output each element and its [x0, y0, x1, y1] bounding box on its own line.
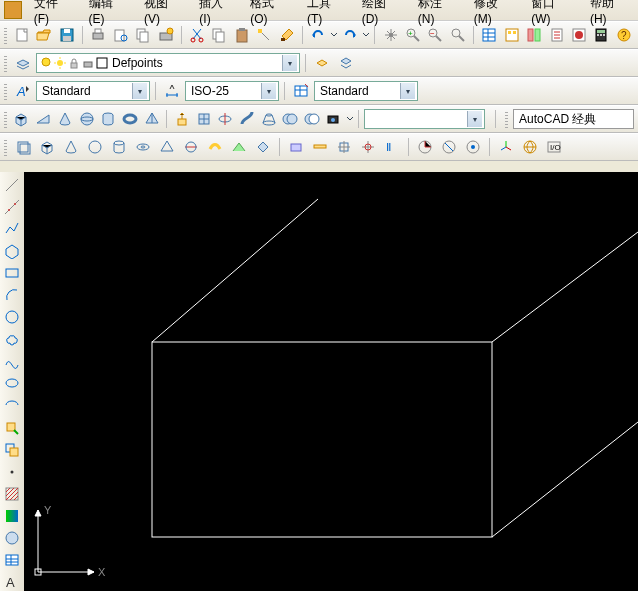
- publish-icon[interactable]: [133, 24, 153, 46]
- layer-prev-icon[interactable]: [311, 52, 333, 74]
- torus2-icon[interactable]: [132, 136, 154, 158]
- pyramid-icon[interactable]: [142, 108, 162, 130]
- chevron-down-icon[interactable]: ▾: [400, 83, 415, 99]
- tablestyle-icon[interactable]: [290, 80, 312, 102]
- grip-icon[interactable]: [4, 26, 7, 44]
- hatch-icon[interactable]: [1, 485, 23, 503]
- design-center-icon[interactable]: [501, 24, 521, 46]
- xline-icon[interactable]: [1, 198, 23, 216]
- pline-icon[interactable]: [1, 220, 23, 238]
- cylinder-icon[interactable]: [98, 108, 118, 130]
- wedge2-icon[interactable]: [60, 136, 82, 158]
- gradient-icon[interactable]: [1, 507, 23, 525]
- sphere2-icon[interactable]: [84, 136, 106, 158]
- copy-icon[interactable]: [209, 24, 229, 46]
- layer-dropdown[interactable]: Defpoints ▾: [36, 53, 300, 73]
- markup-icon[interactable]: [569, 24, 589, 46]
- ucs-world-icon[interactable]: [519, 136, 541, 158]
- flatten-icon[interactable]: [309, 136, 331, 158]
- revcloud-icon[interactable]: [1, 330, 23, 348]
- tablestyle-dropdown[interactable]: Standard ▾: [314, 81, 418, 101]
- print-icon[interactable]: [88, 24, 108, 46]
- ucs-icon-c[interactable]: [462, 136, 484, 158]
- circle-icon[interactable]: [1, 308, 23, 326]
- zoom-win-icon[interactable]: −: [425, 24, 445, 46]
- extrude-icon[interactable]: [172, 108, 192, 130]
- dimstyle-icon[interactable]: [161, 80, 183, 102]
- arc-icon[interactable]: [1, 286, 23, 304]
- grip-icon[interactable]: [4, 82, 7, 100]
- zoom-ext-icon[interactable]: [448, 24, 468, 46]
- table-icon[interactable]: [1, 551, 23, 569]
- make-block-icon[interactable]: [1, 441, 23, 459]
- camera-icon[interactable]: [324, 108, 344, 130]
- wedge-icon[interactable]: [33, 108, 53, 130]
- chevron-down-icon[interactable]: ▾: [282, 55, 297, 71]
- ucs-icon-b[interactable]: [438, 136, 460, 158]
- insert-block-icon[interactable]: [1, 419, 23, 437]
- dimstyle-dropdown[interactable]: ISO-25 ▾: [185, 81, 279, 101]
- help-icon[interactable]: ?: [614, 24, 634, 46]
- sweep-icon[interactable]: [237, 108, 257, 130]
- cut-icon[interactable]: [187, 24, 207, 46]
- ellipse-icon[interactable]: [1, 374, 23, 392]
- calc-icon[interactable]: [591, 24, 611, 46]
- 3d-align-icon[interactable]: [357, 136, 379, 158]
- ucs-icon-a[interactable]: [414, 136, 436, 158]
- pyramid2-icon[interactable]: [156, 136, 178, 158]
- subtract-icon[interactable]: [302, 108, 322, 130]
- plot-icon[interactable]: [155, 24, 175, 46]
- zoom-rt-icon[interactable]: +: [403, 24, 423, 46]
- revolve-icon[interactable]: [216, 108, 236, 130]
- union-icon[interactable]: [281, 108, 301, 130]
- interfere-icon[interactable]: Ⅱ: [381, 136, 403, 158]
- grip-icon[interactable]: [505, 110, 508, 128]
- ellipse-arc-icon[interactable]: [1, 396, 23, 414]
- presspull-icon[interactable]: [194, 108, 214, 130]
- sec-plane-icon[interactable]: [285, 136, 307, 158]
- ucs-named-icon[interactable]: I/O: [543, 136, 565, 158]
- line-icon[interactable]: [1, 176, 23, 194]
- loft-icon[interactable]: [259, 108, 279, 130]
- imprint-icon[interactable]: [228, 136, 250, 158]
- match-icon[interactable]: [254, 24, 274, 46]
- textstyle-dropdown[interactable]: Standard ▾: [36, 81, 150, 101]
- sphere-icon[interactable]: [77, 108, 97, 130]
- layer-iso-icon[interactable]: [335, 52, 357, 74]
- grip-icon[interactable]: [4, 54, 7, 72]
- pan-icon[interactable]: [380, 24, 400, 46]
- redo-dd-icon[interactable]: [362, 27, 369, 43]
- textstyle-icon[interactable]: A: [12, 80, 34, 102]
- polysolid-icon[interactable]: [12, 136, 34, 158]
- mtext-icon[interactable]: A: [1, 573, 23, 591]
- cyl2-icon[interactable]: [108, 136, 130, 158]
- grip-icon[interactable]: [4, 138, 7, 156]
- undo-dd-icon[interactable]: [330, 27, 337, 43]
- tool-palette-icon[interactable]: [524, 24, 544, 46]
- open-icon[interactable]: [34, 24, 54, 46]
- camera-dd-icon[interactable]: [346, 111, 353, 127]
- polygon-icon[interactable]: [1, 242, 23, 260]
- xyz-icon[interactable]: [495, 136, 517, 158]
- chevron-down-icon[interactable]: ▾: [132, 83, 147, 99]
- save-icon[interactable]: [57, 24, 77, 46]
- box-icon[interactable]: [12, 108, 32, 130]
- new-icon[interactable]: [12, 24, 32, 46]
- chevron-down-icon[interactable]: ▾: [261, 83, 276, 99]
- sheet-set-icon[interactable]: [546, 24, 566, 46]
- layer-props-icon[interactable]: [12, 52, 34, 74]
- drawing-viewport[interactable]: Y X: [24, 172, 638, 591]
- brush-icon[interactable]: [276, 24, 296, 46]
- paste-icon[interactable]: [232, 24, 252, 46]
- cone-icon[interactable]: [55, 108, 75, 130]
- shell-icon[interactable]: [252, 136, 274, 158]
- undo-icon[interactable]: [308, 24, 328, 46]
- props-icon[interactable]: [479, 24, 499, 46]
- chevron-down-icon[interactable]: ▾: [467, 111, 482, 127]
- region-icon[interactable]: [1, 529, 23, 547]
- live-sect-icon[interactable]: [333, 136, 355, 158]
- grip-icon[interactable]: [4, 110, 7, 128]
- preview-icon[interactable]: [110, 24, 130, 46]
- spline-icon[interactable]: [1, 352, 23, 370]
- redo-icon[interactable]: [340, 24, 360, 46]
